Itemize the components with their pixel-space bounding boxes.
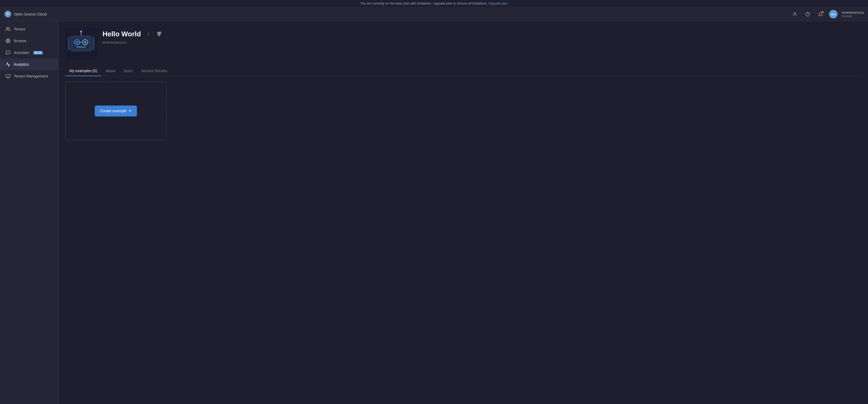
person-icon-button[interactable] (790, 10, 799, 19)
empty-state-box: Create example + (65, 82, 166, 140)
svg-rect-23 (79, 42, 80, 43)
sidebar-label-assistant: Assistant (14, 51, 29, 55)
upgrade-link[interactable]: Upgrade plan (489, 2, 508, 5)
sidebar-item-assistant[interactable]: Assistant BETA (0, 47, 58, 59)
notifications-icon-button[interactable] (816, 10, 825, 19)
service-thumbnail (65, 28, 97, 60)
service-title-row: Hello World (102, 30, 862, 38)
sidebar-label-tenant-management: Tenant Management (14, 74, 48, 78)
service-owner: ernestocarocca (102, 40, 862, 45)
tenant-icon (5, 26, 11, 32)
assistant-icon (5, 50, 11, 55)
svg-rect-25 (92, 37, 94, 50)
svg-point-28 (148, 35, 149, 35)
upgrade-banner: You are currently on the basic plan with… (0, 0, 868, 7)
header-actions: ern ernestocarocca Ernesto (790, 10, 864, 19)
sidebar-label-tenant: Tenant (14, 27, 25, 31)
tab-docs[interactable]: Docs (120, 66, 137, 76)
sidebar-label-analytics: Analytics (14, 62, 29, 66)
sidebar-item-analytics[interactable]: Analytics (0, 59, 58, 70)
svg-point-1 (7, 13, 9, 15)
svg-point-27 (148, 34, 149, 34)
user-info[interactable]: ernestocarocca Ernesto (842, 11, 864, 18)
main-content: Hello World (59, 21, 868, 404)
logo-text: Open Source Cloud (14, 12, 47, 16)
banner-text: You are currently on the basic plan with… (360, 2, 487, 5)
svg-rect-24 (68, 37, 70, 50)
sidebar-item-browse[interactable]: Browse (0, 35, 58, 47)
svg-rect-19 (76, 46, 86, 48)
service-actions (144, 30, 163, 38)
plus-icon: + (129, 108, 132, 114)
svg-rect-22 (74, 42, 75, 43)
tab-service-secrets[interactable]: Service Secrets (137, 66, 172, 76)
tenant-management-icon (5, 74, 11, 79)
analytics-icon (5, 62, 11, 67)
user-avatar[interactable]: ern (829, 10, 838, 19)
create-example-label: Create example (100, 109, 126, 113)
browse-icon (5, 38, 11, 44)
svg-point-17 (84, 41, 87, 44)
svg-point-26 (148, 32, 149, 33)
user-display-name: ernestocarocca (842, 11, 864, 15)
main-layout: Tenant Browse Assistant BETA (0, 21, 868, 404)
svg-point-5 (7, 27, 8, 29)
tab-about[interactable]: About (101, 66, 120, 76)
svg-point-21 (80, 30, 82, 33)
sidebar-item-tenant[interactable]: Tenant (0, 23, 58, 35)
svg-rect-8 (6, 74, 10, 77)
user-short-name: Ernesto (842, 15, 864, 18)
logo[interactable]: Open Source Cloud (4, 10, 47, 18)
tab-my-examples[interactable]: My examples (0) (65, 66, 101, 76)
sidebar-label-browse: Browse (14, 39, 26, 43)
more-options-button[interactable] (144, 30, 153, 38)
service-header: Hello World (65, 28, 862, 60)
service-info: Hello World (102, 28, 862, 45)
svg-point-2 (794, 12, 796, 14)
svg-point-15 (76, 41, 79, 44)
tabs: My examples (0) About Docs Service Secre… (65, 66, 862, 76)
notification-badge (822, 11, 824, 13)
sidebar: Tenant Browse Assistant BETA (0, 21, 59, 404)
create-example-button[interactable]: Create example + (95, 106, 137, 116)
help-icon-button[interactable] (803, 10, 812, 19)
service-title: Hello World (102, 30, 141, 38)
sidebar-item-tenant-management[interactable]: Tenant Management (0, 70, 58, 82)
github-icon-button[interactable] (155, 30, 163, 38)
app-header: Open Source Cloud ern ernestocaroc (0, 7, 868, 21)
logo-icon (4, 10, 12, 18)
beta-badge: BETA (33, 51, 43, 55)
